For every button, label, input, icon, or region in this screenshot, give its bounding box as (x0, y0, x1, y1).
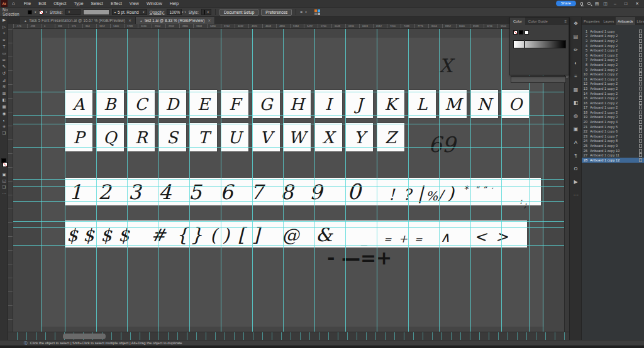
guide[interactable] (189, 29, 190, 332)
artboard-row[interactable]: 5Artboard 1 copy 2 (582, 48, 644, 53)
artboard-row[interactable]: 10Artboard 1 copy 2 (582, 72, 644, 77)
stroke-weight-spinner-icon[interactable]: ⇕ (68, 10, 70, 14)
workspace-switcher-icon[interactable]: ◫ (603, 1, 608, 6)
symbol-sprayer-tool[interactable]: ✳ (0, 124, 8, 131)
screen-mode-icon[interactable]: ❏ (0, 184, 8, 191)
artboard-row[interactable]: 16Artboard 1 copy 2 (582, 101, 644, 106)
artboard-row[interactable]: 14Artboard 1 copy 2 (582, 91, 644, 96)
swatches-panel-icon[interactable]: ▤ (570, 30, 582, 43)
artboard-row[interactable]: 7Artboard 1 copy 2 (582, 58, 644, 63)
restore-button[interactable]: □ (623, 1, 629, 6)
eyedropper-tool[interactable]: ◉ (0, 110, 8, 117)
graphic-styles-panel-icon[interactable]: ▣ (570, 122, 582, 136)
guide[interactable] (470, 29, 471, 332)
artboard-page-icon[interactable] (639, 92, 642, 95)
shape-builder-tool[interactable]: ◧ (0, 97, 8, 104)
artboard-row[interactable]: 12Artboard 1 copy 2 (582, 82, 644, 87)
artboard-page-icon[interactable] (639, 139, 642, 143)
grayscale-ramp[interactable] (513, 40, 566, 48)
artboard-page-icon[interactable] (639, 144, 642, 148)
direct-selection-tool[interactable]: ▷ (0, 24, 8, 31)
artboard-row[interactable]: 6Artboard 1 copy 2 (582, 53, 644, 58)
stroke-caret-icon[interactable]: ▾ (46, 10, 48, 14)
artboard-page-icon[interactable] (639, 115, 642, 119)
document-tab[interactable]: ▲test 1.ai @ 8.33 % (RGB/Preview)✕ (136, 17, 215, 24)
loose-glyph[interactable]: X (439, 57, 452, 75)
guide[interactable] (65, 29, 65, 332)
menu-file[interactable]: File (20, 1, 35, 6)
guide[interactable] (314, 29, 315, 332)
more-options-chevron-icon[interactable]: › (184, 10, 186, 14)
transparency-panel-icon[interactable]: ◧ (570, 96, 582, 109)
appearance-panel-icon[interactable]: ◍ (570, 109, 582, 122)
artboard-row[interactable]: 3Artboard 1 copy 2 (582, 38, 644, 43)
guide[interactable] (501, 29, 502, 332)
guide[interactable] (439, 29, 440, 332)
artboard-page-icon[interactable] (639, 63, 642, 67)
alphabet-row1-cell[interactable]: J (345, 90, 373, 118)
artboard-page-icon[interactable] (639, 30, 642, 33)
tab-artboards[interactable]: Artboards (616, 17, 635, 25)
artboard-row[interactable]: 2Artboard 1 copy 2 (582, 34, 644, 39)
artboard-page-icon[interactable] (639, 149, 642, 153)
artboard-row[interactable]: 13Artboard 1 copy 2 (582, 86, 644, 91)
artboard-page-icon[interactable] (639, 153, 642, 157)
artboard-page-icon[interactable] (639, 82, 642, 85)
artboard-row[interactable]: 18Artboard 1 copy 2 (582, 110, 644, 115)
color-panel-icon[interactable]: ❖ (570, 17, 582, 30)
artboard-page-icon[interactable] (639, 134, 642, 138)
artboard-page-icon[interactable] (639, 120, 642, 124)
share-button[interactable]: Share (556, 1, 576, 6)
artboard-page-icon[interactable] (639, 34, 642, 38)
gradient-panel-icon[interactable]: ▦ (570, 83, 582, 96)
horizontal-scrollbar[interactable] (8, 332, 569, 340)
arrange-documents-icon[interactable]: ▤ (595, 1, 599, 6)
menu-type[interactable]: Type (70, 1, 87, 6)
guide[interactable] (13, 186, 564, 187)
guide[interactable] (96, 29, 97, 332)
guide[interactable] (408, 29, 409, 332)
menu-object[interactable]: Object (50, 1, 70, 6)
canvas[interactable]: ABCDEFGHIJKLMNOPQRSTUVWXYZ1234567890!?|%… (8, 24, 564, 332)
fill-color-swatch[interactable] (28, 10, 32, 14)
guide[interactable] (13, 115, 564, 116)
horizontal-scrollbar-thumb[interactable] (63, 334, 106, 339)
guide[interactable] (127, 29, 128, 332)
collapsed-panel-bar[interactable] (511, 76, 566, 83)
horizontal-ruler[interactable]: -576-28802885768641152144017282016230425… (13, 24, 564, 29)
menu-view[interactable]: View (126, 1, 143, 6)
alphabet-row1-cell[interactable]: D (158, 90, 186, 118)
opacity-label[interactable]: Opacity: (150, 10, 165, 14)
blend-tool[interactable]: ◐ (0, 117, 8, 124)
artboard-page-icon[interactable] (639, 101, 642, 105)
artboard-page-icon[interactable] (639, 106, 642, 109)
artboard-row[interactable]: 27Artboard 1 copy 11 (582, 153, 644, 158)
document-tab[interactable]: ▲Task 5 Font Presentation.ai @ 16.67 % (… (20, 17, 136, 24)
more-panels-icon[interactable]: ⋯ (570, 188, 582, 202)
alphabet-row1-cell[interactable]: N (470, 90, 498, 118)
actions-panel-icon[interactable]: ▶ (570, 175, 582, 188)
paintbrush-tool[interactable]: ✏ (0, 57, 8, 64)
menu-select[interactable]: Select (87, 1, 107, 6)
align-caret-icon[interactable]: ▾ (305, 10, 307, 14)
minimize-button[interactable]: – (612, 1, 618, 6)
guide[interactable] (13, 245, 564, 246)
tab-color[interactable]: Color (510, 18, 525, 25)
artboard-page-icon[interactable] (639, 129, 642, 133)
glyphs-panel-icon[interactable]: Ω (570, 162, 582, 175)
selection-tool[interactable]: ▶ (0, 17, 8, 24)
loose-glyph[interactable]: 69 (428, 134, 455, 155)
voice-search-icon[interactable] (580, 2, 583, 6)
rotate-tool[interactable]: ↺ (0, 70, 8, 77)
guide[interactable] (13, 221, 564, 222)
stroke-weight-input[interactable]: ⇕ (65, 9, 80, 15)
artboard-row[interactable]: 23Artboard 1 copy 7 (582, 134, 644, 139)
stroke-panel-icon[interactable]: ≡ (570, 70, 582, 83)
arrange-grid-icon[interactable] (314, 9, 320, 15)
artboard-row[interactable]: 1Artboard 1 copy (582, 29, 644, 34)
align-icon[interactable]: ≡ (300, 10, 303, 14)
alphabet-row1-cell[interactable]: K (377, 90, 404, 118)
artboard-page-icon[interactable] (639, 111, 642, 114)
black-swatch[interactable] (519, 30, 523, 35)
artboard-row[interactable]: 26Artboard 1 copy 10 (582, 148, 644, 153)
